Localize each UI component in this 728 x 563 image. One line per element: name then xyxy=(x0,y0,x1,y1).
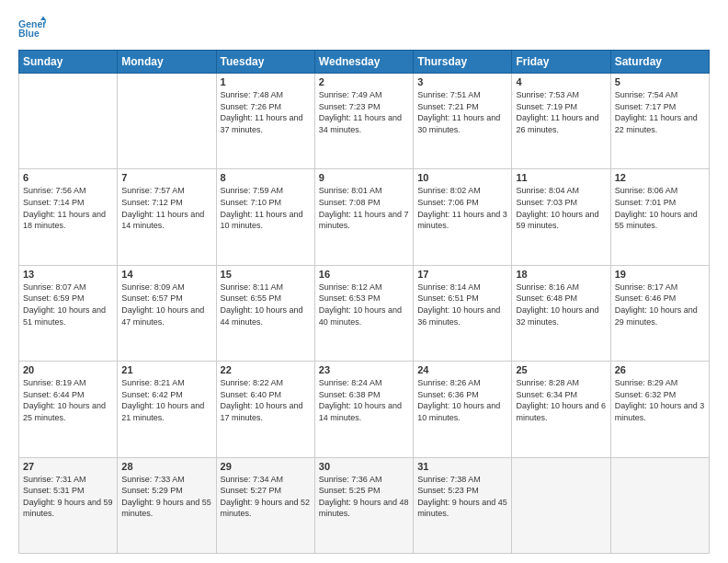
calendar-cell: 24Sunrise: 8:26 AMSunset: 6:36 PMDayligh… xyxy=(414,362,512,457)
calendar-cell: 14Sunrise: 8:09 AMSunset: 6:57 PMDayligh… xyxy=(118,265,216,361)
day-number: 18 xyxy=(516,269,606,280)
cell-info: Sunrise: 8:19 AMSunset: 6:44 PMDaylight:… xyxy=(23,377,113,423)
calendar-cell: 8Sunrise: 7:59 AMSunset: 7:10 PMDaylight… xyxy=(216,169,314,265)
cell-info: Sunrise: 7:34 AMSunset: 5:27 PMDaylight:… xyxy=(221,474,311,520)
day-number: 16 xyxy=(319,269,409,280)
cell-info: Sunrise: 7:57 AMSunset: 7:12 PMDaylight:… xyxy=(121,185,211,231)
day-number: 10 xyxy=(417,172,507,183)
day-number: 22 xyxy=(221,364,311,375)
calendar-cell xyxy=(610,457,709,553)
cell-info: Sunrise: 8:26 AMSunset: 6:36 PMDaylight:… xyxy=(417,377,507,423)
cell-info: Sunrise: 8:12 AMSunset: 6:53 PMDaylight:… xyxy=(319,282,409,327)
day-number: 25 xyxy=(516,364,606,375)
weekday-header: Friday xyxy=(512,51,610,74)
logo-icon: General Blue xyxy=(18,15,46,42)
calendar-cell: 3Sunrise: 7:51 AMSunset: 7:21 PMDaylight… xyxy=(414,74,512,169)
calendar-cell: 5Sunrise: 7:54 AMSunset: 7:17 PMDaylight… xyxy=(610,74,709,169)
cell-info: Sunrise: 8:07 AMSunset: 6:59 PMDaylight:… xyxy=(23,282,113,327)
cell-info: Sunrise: 7:48 AMSunset: 7:26 PMDaylight:… xyxy=(221,89,311,135)
cell-info: Sunrise: 7:59 AMSunset: 7:10 PMDaylight:… xyxy=(221,185,311,231)
day-number: 24 xyxy=(417,364,507,375)
day-number: 8 xyxy=(221,172,311,183)
calendar-week-row: 27Sunrise: 7:31 AMSunset: 5:31 PMDayligh… xyxy=(19,457,710,553)
weekday-header: Thursday xyxy=(414,51,512,74)
calendar-header: SundayMondayTuesdayWednesdayThursdayFrid… xyxy=(19,51,710,74)
day-number: 26 xyxy=(615,364,705,375)
calendar-cell: 9Sunrise: 8:01 AMSunset: 7:08 PMDaylight… xyxy=(314,169,413,265)
weekday-header: Sunday xyxy=(19,51,118,74)
cell-info: Sunrise: 8:11 AMSunset: 6:55 PMDaylight:… xyxy=(221,282,311,327)
cell-info: Sunrise: 8:28 AMSunset: 6:34 PMDaylight:… xyxy=(516,377,606,423)
calendar-cell: 13Sunrise: 8:07 AMSunset: 6:59 PMDayligh… xyxy=(19,265,118,361)
cell-info: Sunrise: 8:21 AMSunset: 6:42 PMDaylight:… xyxy=(121,377,211,423)
weekday-header: Wednesday xyxy=(314,51,413,74)
day-number: 28 xyxy=(121,461,211,472)
cell-info: Sunrise: 7:51 AMSunset: 7:21 PMDaylight:… xyxy=(417,89,507,135)
calendar-body: 1Sunrise: 7:48 AMSunset: 7:26 PMDaylight… xyxy=(19,74,710,554)
cell-info: Sunrise: 8:09 AMSunset: 6:57 PMDaylight:… xyxy=(121,282,211,327)
day-number: 31 xyxy=(417,461,507,472)
calendar-cell: 7Sunrise: 7:57 AMSunset: 7:12 PMDaylight… xyxy=(118,169,216,265)
cell-info: Sunrise: 7:53 AMSunset: 7:19 PMDaylight:… xyxy=(516,89,606,135)
calendar-cell: 19Sunrise: 8:17 AMSunset: 6:46 PMDayligh… xyxy=(610,265,709,361)
cell-info: Sunrise: 8:29 AMSunset: 6:32 PMDaylight:… xyxy=(615,377,705,423)
cell-info: Sunrise: 8:16 AMSunset: 6:48 PMDaylight:… xyxy=(516,282,606,327)
header-row: SundayMondayTuesdayWednesdayThursdayFrid… xyxy=(19,51,710,74)
logo: General Blue xyxy=(18,15,50,42)
day-number: 9 xyxy=(319,172,409,183)
cell-info: Sunrise: 8:24 AMSunset: 6:38 PMDaylight:… xyxy=(319,377,409,423)
calendar-cell: 22Sunrise: 8:22 AMSunset: 6:40 PMDayligh… xyxy=(216,362,314,457)
calendar-cell: 2Sunrise: 7:49 AMSunset: 7:23 PMDaylight… xyxy=(314,74,413,169)
cell-info: Sunrise: 7:36 AMSunset: 5:25 PMDaylight:… xyxy=(319,474,409,520)
calendar-cell: 1Sunrise: 7:48 AMSunset: 7:26 PMDaylight… xyxy=(216,74,314,169)
calendar-cell: 31Sunrise: 7:38 AMSunset: 5:23 PMDayligh… xyxy=(414,457,512,553)
day-number: 29 xyxy=(221,461,311,472)
cell-info: Sunrise: 7:33 AMSunset: 5:29 PMDaylight:… xyxy=(121,474,211,520)
cell-info: Sunrise: 8:02 AMSunset: 7:06 PMDaylight:… xyxy=(417,185,507,231)
day-number: 13 xyxy=(23,269,113,280)
cell-info: Sunrise: 7:49 AMSunset: 7:23 PMDaylight:… xyxy=(319,89,409,135)
day-number: 14 xyxy=(121,269,211,280)
calendar-cell: 18Sunrise: 8:16 AMSunset: 6:48 PMDayligh… xyxy=(512,265,610,361)
calendar-week-row: 1Sunrise: 7:48 AMSunset: 7:26 PMDaylight… xyxy=(19,74,710,169)
day-number: 5 xyxy=(615,76,705,87)
calendar-week-row: 13Sunrise: 8:07 AMSunset: 6:59 PMDayligh… xyxy=(19,265,710,361)
day-number: 20 xyxy=(23,364,113,375)
cell-info: Sunrise: 8:17 AMSunset: 6:46 PMDaylight:… xyxy=(615,282,705,327)
day-number: 11 xyxy=(516,172,606,183)
day-number: 3 xyxy=(417,76,507,87)
cell-info: Sunrise: 8:01 AMSunset: 7:08 PMDaylight:… xyxy=(319,185,409,231)
calendar-cell: 30Sunrise: 7:36 AMSunset: 5:25 PMDayligh… xyxy=(314,457,413,553)
calendar-cell: 17Sunrise: 8:14 AMSunset: 6:51 PMDayligh… xyxy=(414,265,512,361)
cell-info: Sunrise: 8:22 AMSunset: 6:40 PMDaylight:… xyxy=(221,377,311,423)
calendar-cell: 25Sunrise: 8:28 AMSunset: 6:34 PMDayligh… xyxy=(512,362,610,457)
cell-info: Sunrise: 8:14 AMSunset: 6:51 PMDaylight:… xyxy=(417,282,507,327)
cell-info: Sunrise: 8:06 AMSunset: 7:01 PMDaylight:… xyxy=(615,185,705,231)
calendar-cell: 6Sunrise: 7:56 AMSunset: 7:14 PMDaylight… xyxy=(19,169,118,265)
day-number: 12 xyxy=(615,172,705,183)
calendar-cell: 28Sunrise: 7:33 AMSunset: 5:29 PMDayligh… xyxy=(118,457,216,553)
day-number: 17 xyxy=(417,269,507,280)
day-number: 2 xyxy=(319,76,409,87)
cell-info: Sunrise: 7:54 AMSunset: 7:17 PMDaylight:… xyxy=(615,89,705,135)
calendar-cell xyxy=(118,74,216,169)
weekday-header: Saturday xyxy=(610,51,709,74)
weekday-header: Tuesday xyxy=(216,51,314,74)
calendar-cell: 27Sunrise: 7:31 AMSunset: 5:31 PMDayligh… xyxy=(19,457,118,553)
day-number: 23 xyxy=(319,364,409,375)
day-number: 7 xyxy=(121,172,211,183)
calendar-cell: 4Sunrise: 7:53 AMSunset: 7:19 PMDaylight… xyxy=(512,74,610,169)
page: General Blue SundayMondayTuesdayWednesda… xyxy=(0,0,728,563)
day-number: 27 xyxy=(23,461,113,472)
calendar-cell: 10Sunrise: 8:02 AMSunset: 7:06 PMDayligh… xyxy=(414,169,512,265)
cell-info: Sunrise: 7:56 AMSunset: 7:14 PMDaylight:… xyxy=(23,185,113,231)
cell-info: Sunrise: 8:04 AMSunset: 7:03 PMDaylight:… xyxy=(516,185,606,231)
calendar-week-row: 20Sunrise: 8:19 AMSunset: 6:44 PMDayligh… xyxy=(19,362,710,457)
header: General Blue xyxy=(18,15,710,42)
calendar-cell: 29Sunrise: 7:34 AMSunset: 5:27 PMDayligh… xyxy=(216,457,314,553)
weekday-header: Monday xyxy=(118,51,216,74)
cell-info: Sunrise: 7:38 AMSunset: 5:23 PMDaylight:… xyxy=(417,474,507,520)
day-number: 4 xyxy=(516,76,606,87)
day-number: 6 xyxy=(23,172,113,183)
calendar-cell: 15Sunrise: 8:11 AMSunset: 6:55 PMDayligh… xyxy=(216,265,314,361)
